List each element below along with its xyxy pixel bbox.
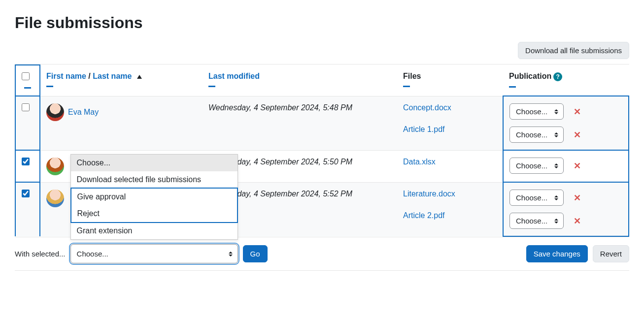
sort-last-modified[interactable]: Last modified xyxy=(208,72,260,80)
publication-select-label: Choose... xyxy=(516,130,547,139)
student-name-link[interactable]: Eva May xyxy=(68,108,99,117)
with-selected-label: With selected... xyxy=(15,250,66,258)
files-header-label: Files xyxy=(403,72,421,80)
reject-x-icon[interactable]: ✕ xyxy=(573,129,581,140)
sort-asc-icon xyxy=(137,75,142,79)
file-link[interactable]: Concept.docx xyxy=(403,103,497,112)
bulk-option-reject[interactable]: Reject xyxy=(71,205,237,222)
chevron-updown-icon xyxy=(554,163,558,168)
chevron-updown-icon xyxy=(229,252,233,256)
row-checkbox[interactable] xyxy=(22,103,30,111)
avatar[interactable] xyxy=(46,103,64,121)
publication-select[interactable]: Choose... xyxy=(509,190,564,206)
bulk-option-download[interactable]: Download selected file submissions xyxy=(71,171,237,188)
avatar[interactable] xyxy=(46,158,64,175)
go-button[interactable]: Go xyxy=(243,245,268,262)
bulk-action-selected-label: Choose... xyxy=(77,250,108,258)
column-select xyxy=(15,65,40,96)
publication-select[interactable]: Choose... xyxy=(509,158,564,174)
publication-select[interactable]: Choose... xyxy=(509,103,564,120)
bulk-option-approve[interactable]: Give approval xyxy=(71,189,237,205)
file-link[interactable]: Article 2.pdf xyxy=(403,211,497,220)
chevron-updown-icon xyxy=(554,132,558,137)
publication-select-label: Choose... xyxy=(516,161,547,170)
file-link[interactable]: Data.xlsx xyxy=(403,158,497,166)
collapse-column-icon[interactable] xyxy=(24,87,31,89)
reject-x-icon[interactable]: ✕ xyxy=(573,192,581,203)
file-link[interactable]: Literature.docx xyxy=(403,190,497,198)
collapse-column-icon[interactable] xyxy=(509,86,516,88)
table-row: Eva MayWednesday, 4 September 2024, 5:48… xyxy=(15,96,629,150)
divider xyxy=(15,270,629,271)
column-files: Files xyxy=(397,65,503,96)
publication-select-label: Choose... xyxy=(516,107,547,116)
collapse-column-icon[interactable] xyxy=(403,86,410,87)
reject-x-icon[interactable]: ✕ xyxy=(573,216,581,226)
name-separator: / xyxy=(86,72,93,80)
select-all-checkbox[interactable] xyxy=(22,72,30,80)
row-checkbox[interactable] xyxy=(22,158,30,165)
reject-x-icon[interactable]: ✕ xyxy=(573,106,581,117)
file-link[interactable]: Article 1.pdf xyxy=(403,125,497,134)
bulk-option-extend[interactable]: Grant extension xyxy=(71,223,237,239)
revert-button[interactable]: Revert xyxy=(593,245,629,262)
column-name: First name / Last name xyxy=(40,65,203,96)
publication-select-label: Choose... xyxy=(516,217,547,225)
bulk-option-choose[interactable]: Choose... xyxy=(71,155,237,171)
page-title: File submissions xyxy=(15,14,629,32)
avatar[interactable] xyxy=(46,190,64,207)
last-modified-date: Wednesday, 4 September 2024, 5:48 PM xyxy=(208,103,352,112)
download-all-button[interactable]: Download all file submissions xyxy=(518,42,629,59)
bulk-action-select[interactable]: Choose... xyxy=(70,244,238,263)
publication-select[interactable]: Choose... xyxy=(509,213,564,229)
sort-last-name[interactable]: Last name xyxy=(93,72,132,80)
save-changes-button[interactable]: Save changes xyxy=(526,245,588,262)
publication-header-label: Publication xyxy=(509,72,551,80)
publication-select-label: Choose... xyxy=(516,193,547,202)
collapse-column-icon[interactable] xyxy=(208,86,215,87)
publication-select[interactable]: Choose... xyxy=(509,127,564,143)
chevron-updown-icon xyxy=(554,109,558,114)
chevron-updown-icon xyxy=(554,195,558,200)
column-last-modified: Last modified xyxy=(203,65,397,96)
collapse-column-icon[interactable] xyxy=(46,86,53,87)
bulk-action-dropdown: Choose... Download selected file submiss… xyxy=(70,154,238,240)
sort-first-name[interactable]: First name xyxy=(46,72,86,80)
footer-row: With selected... Choose... Download sele… xyxy=(15,237,629,270)
help-icon[interactable]: ? xyxy=(553,72,562,81)
column-publication: Publication? xyxy=(503,65,629,96)
row-checkbox[interactable] xyxy=(22,190,30,197)
reject-x-icon[interactable]: ✕ xyxy=(573,160,581,171)
chevron-updown-icon xyxy=(554,219,558,223)
